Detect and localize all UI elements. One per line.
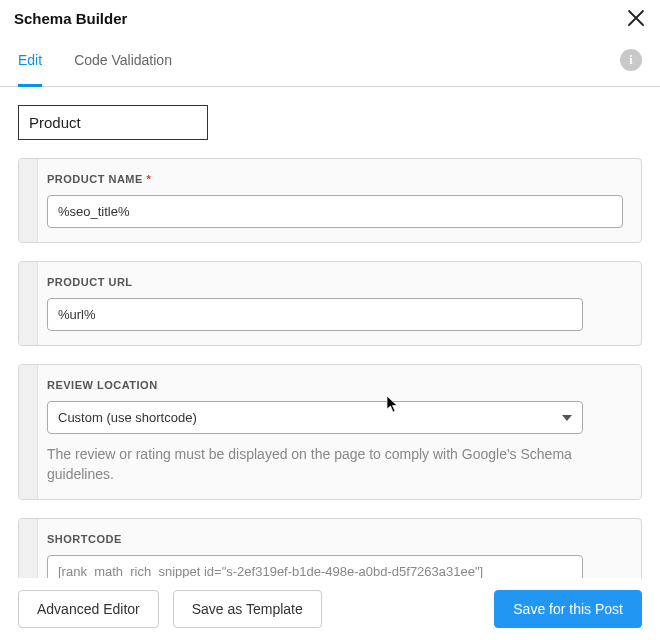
advanced-editor-button[interactable]: Advanced Editor: [18, 590, 159, 628]
shortcode-label: SHORTCODE: [47, 533, 623, 545]
save-template-button[interactable]: Save as Template: [173, 590, 322, 628]
content-area: PRODUCT NAME * PRODUCT URL REVIEW LOCATI…: [0, 87, 660, 640]
tab-edit[interactable]: Edit: [18, 34, 42, 86]
field-product-name: PRODUCT NAME *: [18, 158, 642, 243]
review-location-help: The review or rating must be displayed o…: [47, 444, 583, 485]
field-review-location: REVIEW LOCATION Custom (use shortcode) T…: [18, 364, 642, 500]
tab-bar: Edit Code Validation i: [0, 34, 660, 87]
product-name-input[interactable]: [47, 195, 623, 228]
review-location-select[interactable]: Custom (use shortcode): [47, 401, 583, 434]
modal-title: Schema Builder: [14, 10, 127, 27]
product-url-label: PRODUCT URL: [47, 276, 623, 288]
save-post-button[interactable]: Save for this Post: [494, 590, 642, 628]
label-text: PRODUCT NAME: [47, 173, 143, 185]
close-icon[interactable]: [626, 8, 646, 28]
footer: Advanced Editor Save as Template Save fo…: [0, 578, 660, 640]
tab-code-validation[interactable]: Code Validation: [74, 34, 172, 86]
info-icon[interactable]: i: [620, 49, 642, 71]
schema-type-input[interactable]: [18, 105, 208, 140]
field-product-url: PRODUCT URL: [18, 261, 642, 346]
modal-header: Schema Builder: [0, 0, 660, 34]
product-name-label: PRODUCT NAME *: [47, 173, 623, 185]
review-location-label: REVIEW LOCATION: [47, 379, 623, 391]
product-url-input[interactable]: [47, 298, 583, 331]
required-mark: *: [146, 173, 151, 185]
